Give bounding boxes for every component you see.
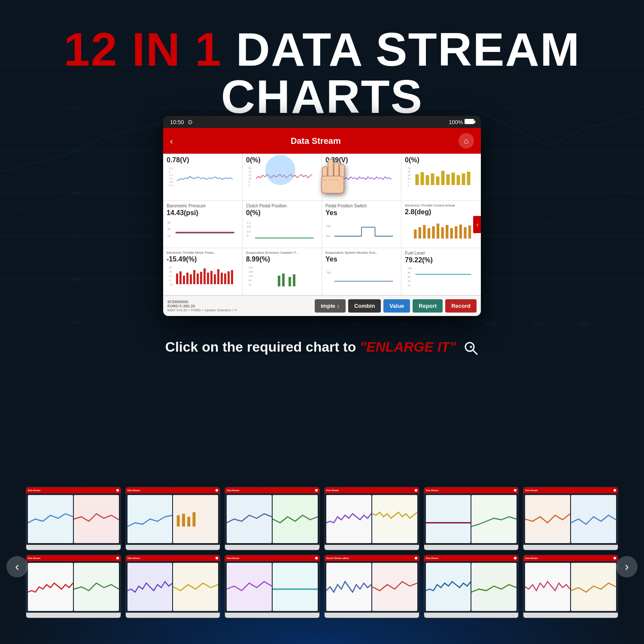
svg-rect-55 <box>431 173 434 185</box>
screenshot-6[interactable]: Data Stream <box>523 487 618 550</box>
data-cell-8[interactable]: Electronic Throttle Control Actual 2.8(d… <box>401 201 481 248</box>
svg-text:100: 100 <box>249 275 253 277</box>
svg-rect-56 <box>436 176 440 185</box>
svg-text:0.8: 0.8 <box>247 225 251 228</box>
time-display: 10:50 <box>170 119 184 125</box>
svg-text:0: 0 <box>328 181 330 183</box>
report-button[interactable]: Report <box>413 299 443 313</box>
svg-rect-100 <box>183 276 185 284</box>
svg-rect-146 <box>188 517 191 527</box>
svg-rect-104 <box>197 273 199 284</box>
cell-chart-12: 100 80 60 40 20 <box>405 266 477 289</box>
cell-chart-10: 140 120 100 80 60 <box>246 265 318 289</box>
screenshot-2[interactable]: Data Stream <box>125 487 221 550</box>
svg-text:200: 200 <box>71 276 79 283</box>
cell-chart-6: 1.2 0.8 0.4 0 <box>246 219 318 242</box>
cell-value-9: -15.49(%) <box>167 255 239 263</box>
svg-text:Apr: Apr <box>309 321 319 328</box>
svg-text:0.8: 0.8 <box>169 181 173 183</box>
value-button[interactable]: Value <box>383 299 410 313</box>
click-instruction: Click on the required chart to "ENLARGE … <box>0 339 644 356</box>
screenshot-5[interactable]: Data Stream <box>424 487 519 550</box>
svg-rect-91 <box>464 227 466 238</box>
svg-rect-61 <box>462 173 465 185</box>
svg-rect-108 <box>210 271 213 284</box>
svg-text:100: 100 <box>408 267 413 270</box>
screenshot-1[interactable]: Data Stream <box>26 487 121 550</box>
svg-rect-92 <box>468 225 471 239</box>
svg-text:Aug: Aug <box>485 321 496 328</box>
cell-value-6: 0(%) <box>246 209 318 217</box>
data-cell-12[interactable]: Fuel Level 79.22(%) 100 80 60 40 20 <box>401 248 481 295</box>
nav-arrow-left[interactable]: ‹ <box>6 556 28 577</box>
simple-button[interactable]: imple ↕ <box>315 299 346 313</box>
screenshot-3[interactable]: Data Stream <box>225 487 320 550</box>
svg-rect-112 <box>224 273 226 284</box>
svg-text:0: 0 <box>249 184 250 187</box>
data-cell-6[interactable]: Clutch Pedal Position 0(%) 1.2 0.8 0.4 0 <box>243 201 322 248</box>
magnify-icon <box>463 339 479 355</box>
status-bar: 10:50 ⊙ 100% <box>163 116 481 128</box>
svg-rect-109 <box>214 274 216 284</box>
svg-text:15: 15 <box>249 174 252 176</box>
svg-text:1.2: 1.2 <box>169 177 173 180</box>
svg-rect-144 <box>177 516 180 527</box>
screenshot-4[interactable]: Data Stream <box>324 487 419 550</box>
screen-title: Data Stream <box>291 136 341 146</box>
svg-text:20: 20 <box>249 170 252 173</box>
cell-chart-5: 30 20 10 <box>167 219 239 242</box>
data-cell-10[interactable]: Evaporative Emission Canister P... 8.99(… <box>243 248 322 295</box>
svg-text:10: 10 <box>408 177 411 180</box>
svg-text:30: 30 <box>169 266 172 269</box>
breadcrumb-info: EMO V15.32 > FORD > System Selection > F <box>167 308 312 312</box>
svg-rect-120 <box>278 276 280 286</box>
data-cell-5[interactable]: Barometric Pressure 14.43(psi) 30 20 10 <box>163 201 243 248</box>
screenshot-12[interactable]: Data Stream <box>523 555 618 618</box>
data-cell-7[interactable]: Pedal Position Switch Yes Yes No <box>322 201 401 248</box>
svg-rect-106 <box>204 268 206 284</box>
svg-text:20: 20 <box>408 284 411 287</box>
screenshot-9[interactable]: Data Stream <box>225 555 320 618</box>
screenshot-7[interactable]: Data Stream <box>26 555 121 618</box>
cell-value-4: 0(%) <box>405 156 477 164</box>
cell-chart-1: 2.4 2 1.6 1.2 0.8 0.4 <box>167 166 239 189</box>
data-cell-4[interactable]: 0(%) 25 20 15 10 5 0 <box>401 154 481 201</box>
svg-rect-121 <box>282 273 285 286</box>
screenshot-10[interactable]: Search Stream callout <box>324 555 419 618</box>
svg-text:0: 0 <box>408 184 410 187</box>
cell-value-8: 2.8(deg) <box>405 208 477 216</box>
svg-text:Yes: Yes <box>326 225 331 228</box>
record-button[interactable]: Record <box>445 299 477 313</box>
back-button[interactable]: ‹ <box>170 136 173 146</box>
cell-value-3: 0.39(V) <box>325 156 398 164</box>
screenshots-grid: Data Stream Data Stream <box>26 487 618 618</box>
data-cell-1[interactable]: 0.78(V) 2.4 2 1.6 1.2 0.8 0.4 <box>163 154 243 201</box>
svg-rect-102 <box>190 274 192 284</box>
svg-text:100: 100 <box>71 319 79 325</box>
data-cell-11[interactable]: Evaporative System Monitor Eva... Yes Ye… <box>322 248 401 295</box>
home-button[interactable]: ⌂ <box>459 133 474 149</box>
svg-text:Oct: Oct <box>580 321 589 328</box>
cell-value-1: 0.78(V) <box>167 156 239 164</box>
svg-rect-62 <box>467 172 471 185</box>
svg-rect-145 <box>182 514 185 527</box>
data-cell-9[interactable]: Electronic Throttle Motor Pulse... -15.4… <box>163 248 243 295</box>
data-cell-2[interactable]: 0(%) 25 20 15 10 5 0 <box>243 154 322 201</box>
svg-rect-81 <box>419 227 421 238</box>
screenshot-11[interactable]: Data Stream <box>424 555 519 618</box>
svg-text:Jul: Jul <box>442 321 450 328</box>
svg-rect-80 <box>414 230 416 239</box>
svg-rect-52 <box>416 174 419 185</box>
nav-arrow-right[interactable]: › <box>616 556 638 577</box>
svg-text:60: 60 <box>249 283 252 286</box>
screenshot-8[interactable]: Data Stream <box>125 555 221 618</box>
svg-text:0.4: 0.4 <box>169 184 173 187</box>
svg-rect-58 <box>447 174 450 185</box>
data-cell-3[interactable]: 0.39(V) 0.8 0.6 0.4 0.2 0 <box>322 154 401 201</box>
svg-text:10: 10 <box>167 234 171 237</box>
cell-value-11: Yes <box>325 255 398 263</box>
combin-button[interactable]: Combin <box>348 299 381 313</box>
svg-rect-54 <box>426 175 429 185</box>
cell-label-8: Electronic Throttle Control Actual <box>405 204 477 207</box>
cell-chart-11: Yes <box>325 265 398 289</box>
